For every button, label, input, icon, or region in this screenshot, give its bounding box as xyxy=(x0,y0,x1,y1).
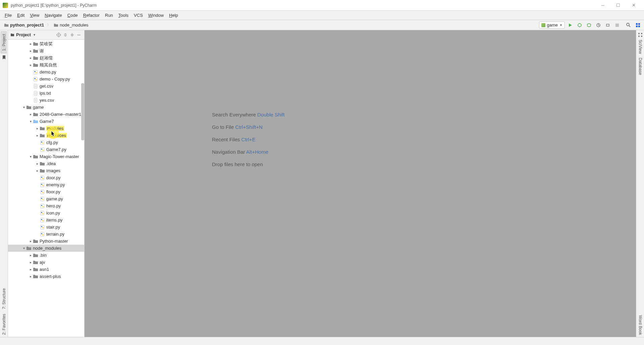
run-configuration-selector[interactable]: game ▼ xyxy=(539,21,565,29)
menu-file[interactable]: File xyxy=(2,11,14,19)
tree-item[interactable]: ajv xyxy=(8,259,84,266)
menu-refactor[interactable]: Refactor xyxy=(80,11,102,19)
tree-item[interactable]: 赵湘儒 xyxy=(8,54,84,61)
expand-arrow-icon[interactable] xyxy=(28,63,33,67)
hide-button[interactable]: ─ xyxy=(75,32,82,38)
expand-all-button[interactable] xyxy=(62,32,69,38)
menu-run[interactable]: Run xyxy=(102,11,116,19)
expand-arrow-icon[interactable] xyxy=(21,246,26,250)
right-tab-wordbook[interactable]: Word Book xyxy=(637,313,643,337)
stop-button[interactable] xyxy=(614,22,621,29)
expand-arrow-icon[interactable] xyxy=(35,162,40,165)
scrollbar-thumb[interactable] xyxy=(81,83,84,140)
tree-item[interactable]: .idea xyxy=(8,160,84,167)
right-tab-sciview[interactable]: SciView xyxy=(637,38,643,56)
menu-navigate[interactable]: Navigate xyxy=(42,11,64,19)
maximize-button[interactable]: ☐ xyxy=(610,0,626,10)
run-button[interactable] xyxy=(567,22,574,29)
expand-arrow-icon[interactable] xyxy=(35,169,40,172)
menu-vcs[interactable]: VCS xyxy=(131,11,146,19)
tree-item[interactable]: Magic-Tower-master xyxy=(8,153,84,160)
tree-item[interactable]: Python-master xyxy=(8,238,84,245)
left-tab-structure[interactable]: 7: Structure xyxy=(1,286,7,311)
breadcrumb-root[interactable]: python_project1 xyxy=(3,22,45,28)
expand-arrow-icon[interactable] xyxy=(28,49,33,53)
tree-item[interactable]: 谢 xyxy=(8,47,84,54)
editor-area[interactable]: Search Everywhere Double Shift Go to Fil… xyxy=(85,30,636,337)
tree-item[interactable]: get.csv xyxy=(8,83,84,90)
right-tab-database[interactable]: Database xyxy=(637,56,643,77)
tree-item[interactable]: demo.py xyxy=(8,68,84,76)
menu-window[interactable]: Window xyxy=(146,11,166,19)
expand-arrow-icon[interactable] xyxy=(28,119,33,123)
svg-rect-48 xyxy=(41,225,44,229)
menu-help[interactable]: Help xyxy=(166,11,181,19)
expand-arrow-icon[interactable] xyxy=(35,134,40,137)
tree-item[interactable]: modules xyxy=(8,125,84,132)
tree-item[interactable]: icon.py xyxy=(8,209,84,216)
attach-button[interactable] xyxy=(604,22,611,29)
menu-edit[interactable]: Edit xyxy=(14,11,27,19)
expand-arrow-icon[interactable] xyxy=(21,105,26,109)
tree-item[interactable]: 2048-Game--master1 xyxy=(8,111,84,118)
tree-item[interactable]: enemy.py xyxy=(8,181,84,188)
debug-button[interactable] xyxy=(576,22,583,29)
expand-arrow-icon[interactable] xyxy=(28,112,33,116)
settings-button[interactable] xyxy=(69,32,75,38)
expand-arrow-icon[interactable] xyxy=(28,253,33,257)
hint-search-key: Double Shift xyxy=(257,112,285,117)
python-file-icon xyxy=(40,176,45,180)
ide-settings-button[interactable] xyxy=(635,22,641,29)
tree-item[interactable]: terrain.py xyxy=(8,231,84,238)
expand-arrow-icon[interactable] xyxy=(28,56,33,60)
breadcrumb-current[interactable]: node_modules xyxy=(52,22,90,28)
left-tab-project[interactable]: 1: Project xyxy=(1,32,7,53)
expand-arrow-icon[interactable] xyxy=(35,127,40,130)
expand-arrow-icon[interactable] xyxy=(28,275,33,278)
profile-button[interactable] xyxy=(595,22,602,29)
expand-arrow-icon[interactable] xyxy=(28,239,33,243)
tree-item[interactable]: assert-plus xyxy=(8,273,84,280)
tree-item[interactable]: Game7 xyxy=(8,118,84,125)
locate-button[interactable] xyxy=(55,32,62,38)
grid-icon[interactable] xyxy=(638,32,643,38)
tree-item[interactable]: yes.csv xyxy=(8,97,84,104)
tree-item[interactable]: door.py xyxy=(8,174,84,181)
tree-item[interactable]: ips.txt xyxy=(8,90,84,97)
tree-item[interactable]: demo - Copy.py xyxy=(8,76,84,83)
tree-item[interactable]: game.py xyxy=(8,195,84,202)
tree-item[interactable]: .bin xyxy=(8,252,84,259)
tree-item[interactable]: 笑啥笑 xyxy=(8,40,84,47)
expand-arrow-icon[interactable] xyxy=(28,267,33,271)
tree-item[interactable]: node_modules xyxy=(8,245,84,252)
tree-item[interactable]: resources xyxy=(8,132,84,139)
tree-item[interactable]: 顺其自然 xyxy=(8,61,84,68)
search-everywhere-button[interactable] xyxy=(625,22,632,29)
coverage-button[interactable] xyxy=(586,22,592,29)
svg-rect-7 xyxy=(636,26,638,27)
menu-view[interactable]: View xyxy=(27,11,42,19)
tree-item[interactable]: asn1 xyxy=(8,266,84,273)
svg-rect-33 xyxy=(41,190,44,194)
tree-item[interactable]: hero.py xyxy=(8,202,84,209)
tree-item[interactable]: stair.py xyxy=(8,224,84,231)
left-tool-window-bar: 1: Project 7: Structure 2: Favorites xyxy=(0,30,8,337)
tree-item[interactable]: floor.py xyxy=(8,188,84,195)
menu-code[interactable]: Code xyxy=(65,11,80,19)
chevron-down-icon[interactable]: ▼ xyxy=(33,33,36,37)
menu-tools[interactable]: Tools xyxy=(116,11,131,19)
expand-arrow-icon[interactable] xyxy=(28,42,33,46)
bookmark-icon[interactable] xyxy=(1,55,7,60)
minimize-button[interactable]: ─ xyxy=(595,0,610,10)
tree-item[interactable]: items.py xyxy=(8,216,84,224)
tree-item[interactable]: cfg.py xyxy=(8,139,84,146)
expand-arrow-icon[interactable] xyxy=(28,260,33,264)
left-tab-favorites[interactable]: 2: Favorites xyxy=(1,312,7,337)
tree-item[interactable]: images xyxy=(8,167,84,174)
tree-item[interactable]: game xyxy=(8,104,84,111)
hint-recent-key: Ctrl+E xyxy=(241,137,256,142)
expand-arrow-icon[interactable] xyxy=(28,155,33,158)
project-tree[interactable]: 笑啥笑谢赵湘儒顺其自然demo.pydemo - Copy.pyget.csvi… xyxy=(8,40,84,337)
tree-item[interactable]: Game7.py xyxy=(8,146,84,153)
close-button[interactable]: ✕ xyxy=(626,0,641,10)
